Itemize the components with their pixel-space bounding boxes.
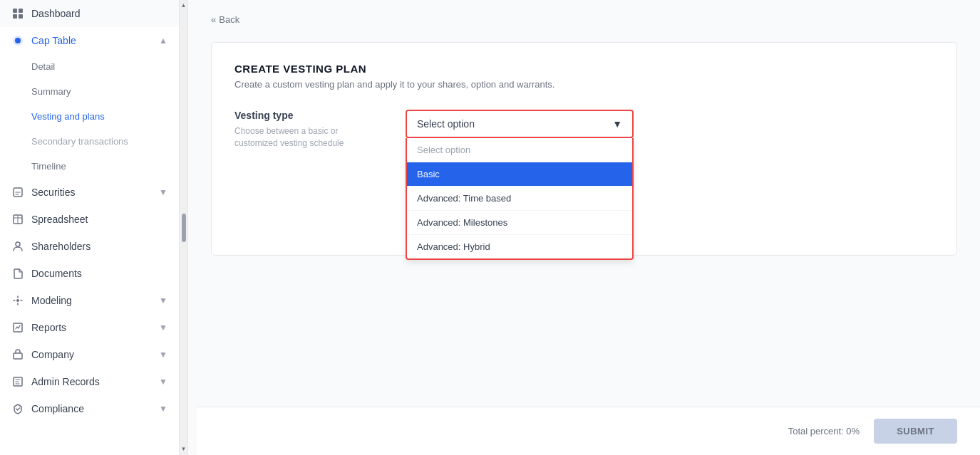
company-chevron: ▼ <box>159 350 167 360</box>
sidebar-item-securities-label: Securities <box>31 187 152 198</box>
form-subtitle: Create a custom vesting plan and apply i… <box>234 79 934 90</box>
sidebar-item-admin-records-label: Admin Records <box>31 376 152 387</box>
sidebar-item-secondary-transactions-label: Secondary transactions <box>31 136 167 147</box>
cap-table-icon <box>11 34 24 47</box>
shareholders-icon <box>11 240 24 253</box>
dropdown-item-advanced-time[interactable]: Advanced: Time based <box>407 187 632 211</box>
svg-point-10 <box>16 242 20 246</box>
vesting-type-label-group: Vesting type Choose between a basic or c… <box>234 110 377 150</box>
vesting-type-select[interactable]: Select option ▼ <box>406 110 634 138</box>
svg-rect-3 <box>19 14 23 19</box>
content-wrapper: ▲ ▼ « Back CREATE VESTING PLAN Create a … <box>180 0 980 455</box>
securities-icon <box>11 186 24 199</box>
modeling-chevron: ▼ <box>159 296 167 305</box>
dropdown-item-advanced-milestones[interactable]: Advanced: Milestones <box>407 211 632 235</box>
sidebar-item-spreadsheet[interactable]: Spreadsheet <box>0 206 179 233</box>
scroll-down-arrow[interactable]: ▼ <box>181 445 187 454</box>
sidebar-item-summary[interactable]: Summary <box>0 79 179 104</box>
back-arrow-icon: « <box>211 14 216 25</box>
svg-point-11 <box>16 299 19 302</box>
sidebar-item-cap-table[interactable]: Cap Table ▲ <box>0 27 179 54</box>
sidebar-item-securities[interactable]: Securities ▼ <box>0 179 179 206</box>
sidebar-item-secondary-transactions[interactable]: Secondary transactions <box>0 129 179 154</box>
select-current-value: Select option <box>417 118 475 130</box>
main-content: « Back CREATE VESTING PLAN Create a cust… <box>188 0 980 455</box>
documents-icon <box>11 267 24 280</box>
sidebar-item-detail-label: Detail <box>31 61 167 72</box>
back-label: Back <box>219 14 239 25</box>
vesting-type-dropdown: Select option Basic Advanced: Time based… <box>406 138 634 260</box>
sidebar-item-cap-table-label: Cap Table <box>31 35 152 46</box>
submit-button[interactable]: SUBMIT <box>874 419 957 444</box>
cap-table-chevron: ▲ <box>159 36 167 46</box>
admin-icon <box>11 375 24 388</box>
sidebar-item-shareholders-label: Shareholders <box>31 241 167 252</box>
sidebar-item-vesting-plans-label: Vesting and plans <box>31 111 167 122</box>
sidebar-item-company-label: Company <box>31 349 152 360</box>
sidebar-item-timeline[interactable]: Timeline <box>0 154 179 179</box>
dropdown-item-advanced-hybrid[interactable]: Advanced: Hybrid <box>407 235 632 258</box>
company-icon <box>11 348 24 361</box>
svg-rect-1 <box>19 9 23 13</box>
sidebar-item-compliance-label: Compliance <box>31 403 152 414</box>
compliance-chevron: ▼ <box>159 404 167 414</box>
vesting-type-field-name: Vesting type <box>234 110 377 121</box>
reports-icon <box>11 321 24 334</box>
sidebar-item-modeling[interactable]: Modeling ▼ <box>0 287 179 314</box>
form-footer: Total percent: 0% SUBMIT <box>197 407 980 455</box>
sidebar-item-dashboard[interactable]: Dashboard <box>0 0 179 27</box>
sidebar-item-dashboard-label: Dashboard <box>31 8 167 19</box>
dashboard-icon <box>11 7 24 20</box>
scroll-up-arrow[interactable]: ▲ <box>181 1 187 10</box>
reports-chevron: ▼ <box>159 323 167 333</box>
scrollbar-thumb[interactable] <box>182 214 186 242</box>
select-dropdown-arrow: ▼ <box>612 118 622 130</box>
sidebar-item-reports-label: Reports <box>31 322 152 333</box>
svg-rect-0 <box>13 9 17 13</box>
compliance-icon <box>11 402 24 415</box>
sidebar-item-modeling-label: Modeling <box>31 295 152 306</box>
sidebar-item-company[interactable]: Company ▼ <box>0 341 179 368</box>
spreadsheet-icon <box>11 213 24 226</box>
form-card: CREATE VESTING PLAN Create a custom vest… <box>211 42 957 256</box>
dropdown-item-basic[interactable]: Basic <box>407 162 632 187</box>
vesting-type-row: Vesting type Choose between a basic or c… <box>234 110 934 150</box>
sidebar-item-vesting-plans[interactable]: Vesting and plans <box>0 104 179 129</box>
sidebar-item-timeline-label: Timeline <box>31 161 167 172</box>
back-link[interactable]: « Back <box>211 14 957 25</box>
sidebar-item-compliance[interactable]: Compliance ▼ <box>0 395 179 422</box>
modeling-icon <box>11 294 24 307</box>
sidebar-item-detail[interactable]: Detail <box>0 54 179 79</box>
sidebar: Dashboard Cap Table ▲ Detail Summary Ves… <box>0 0 180 455</box>
sidebar-item-reports[interactable]: Reports ▼ <box>0 314 179 341</box>
total-percent-label: Total percent: 0% <box>788 426 860 436</box>
form-title: CREATE VESTING PLAN <box>234 63 934 75</box>
sidebar-item-documents[interactable]: Documents <box>0 260 179 287</box>
vesting-type-select-wrapper: Select option ▼ Select option Basic Adva… <box>406 110 634 138</box>
sidebar-item-shareholders[interactable]: Shareholders <box>0 233 179 260</box>
admin-records-chevron: ▼ <box>159 377 167 387</box>
sidebar-item-spreadsheet-label: Spreadsheet <box>31 214 167 225</box>
sidebar-item-summary-label: Summary <box>31 86 167 97</box>
securities-chevron: ▼ <box>159 187 167 197</box>
sidebar-item-admin-records[interactable]: Admin Records ▼ <box>0 368 179 395</box>
svg-rect-13 <box>14 353 22 359</box>
sidebar-item-documents-label: Documents <box>31 268 167 279</box>
svg-point-5 <box>15 38 21 43</box>
main-scrollbar[interactable]: ▲ ▼ <box>180 0 188 455</box>
vesting-type-field-desc: Choose between a basic or customized ves… <box>234 125 377 150</box>
svg-rect-2 <box>13 14 17 19</box>
dropdown-item-placeholder[interactable]: Select option <box>407 138 632 162</box>
